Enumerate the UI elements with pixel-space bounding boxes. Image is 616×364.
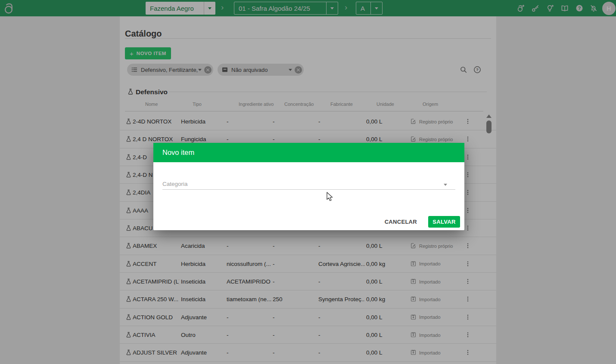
new-item-dialog: Novo item Categoria CANCELAR SALVAR xyxy=(153,143,464,230)
app-window: Fazenda Aegro › 01 - Safra Algodão 24/25… xyxy=(0,0,616,364)
chevron-down-icon[interactable] xyxy=(444,184,447,186)
dialog-header: Novo item xyxy=(153,143,464,162)
save-button[interactable]: SALVAR xyxy=(428,216,460,228)
dialog-title: Novo item xyxy=(162,143,194,162)
divider xyxy=(162,189,455,190)
category-select[interactable]: Categoria xyxy=(162,180,455,190)
category-select-placeholder: Categoria xyxy=(162,181,188,187)
cancel-button[interactable]: CANCELAR xyxy=(380,216,422,228)
dialog-actions: CANCELAR SALVAR xyxy=(153,215,460,228)
mouse-cursor xyxy=(326,192,334,202)
